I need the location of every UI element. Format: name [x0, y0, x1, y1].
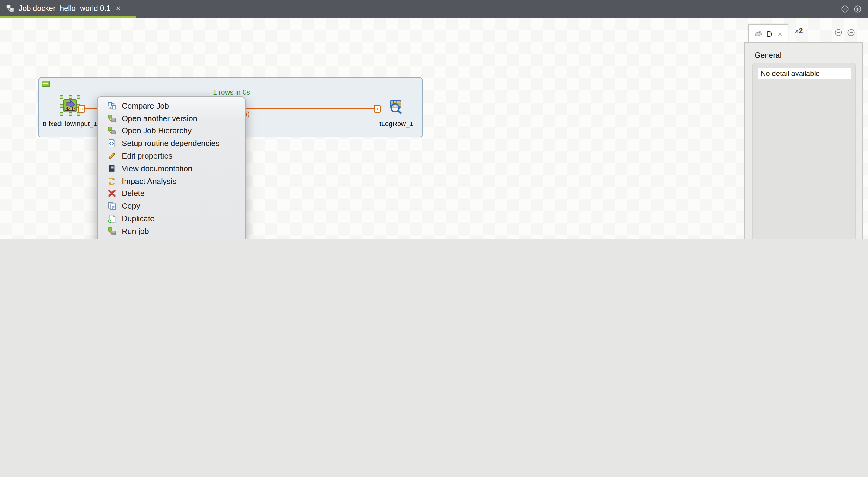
tfixedflowinput-icon: a232: [63, 98, 77, 113]
input-port[interactable]: I: [374, 105, 381, 113]
component-tfixedflowinput[interactable]: a232: [63, 98, 77, 113]
menu-item-label: Setup routine dependencies: [122, 139, 220, 148]
component-label-target[interactable]: tLogRow_1: [360, 120, 433, 127]
close-icon[interactable]: ×: [116, 4, 120, 13]
minimize-icon[interactable]: [834, 28, 843, 37]
tlogrow-icon: [388, 99, 402, 114]
menu-item-open-another-version[interactable]: Open another version: [98, 112, 245, 125]
talend-studio-window: Learn Ask Exchange Videos ▾ ▾ ∨: [0, 0, 868, 238]
editor-tab-label: Job docker_hello_world 0.1: [19, 4, 111, 12]
routine-icon: [107, 139, 116, 148]
close-icon[interactable]: ×: [778, 29, 782, 38]
minimize-light-icon[interactable]: [841, 5, 849, 13]
menu-item-label: Open Job Hierarchy: [122, 126, 191, 135]
detail-tab-label: D: [767, 29, 772, 38]
menu-item-setup-routine-dependencies[interactable]: Setup routine dependencies: [98, 137, 245, 150]
menu-item-label: Delete: [122, 189, 145, 198]
detail-body: General No detail available Technical: [744, 42, 863, 238]
svg-text:a: a: [65, 107, 67, 110]
svg-text:2: 2: [73, 107, 75, 110]
detail-panel: D × »2 General No detail available Techn…: [744, 24, 863, 238]
component-tlogrow[interactable]: [388, 99, 402, 114]
menu-item-label: Run job: [122, 227, 149, 236]
menu-item-open-job-hierarchy[interactable]: Open Job Hierarchy: [98, 125, 245, 137]
menu-item-label: View documentation: [122, 164, 192, 173]
menu-item-run-job[interactable]: Run job: [98, 225, 245, 237]
job-icon: [107, 126, 116, 135]
menu-item-label: Open another version: [122, 114, 197, 123]
tab-job-docker-hello-world[interactable]: Job docker_hello_world 0.1 ×: [0, 0, 136, 18]
general-section-box: No detail available: [752, 63, 856, 238]
menu-item-label: Edit properties: [122, 151, 173, 160]
edit-icon: [107, 151, 116, 160]
context-menu: Compare JobOpen another versionOpen Job …: [97, 96, 246, 238]
flow-stat-rows: 1 rows in 0s: [213, 89, 250, 96]
menu-item-delete[interactable]: Delete: [98, 187, 245, 200]
detail-tabstrip: D × »2: [744, 24, 863, 42]
maximize-light-icon[interactable]: [854, 5, 862, 13]
output-port[interactable]: O: [79, 105, 85, 113]
subjob-collapse-toggle[interactable]: [42, 81, 50, 87]
menu-item-view-documentation[interactable]: View documentation: [98, 162, 245, 175]
menu-item-edit-properties[interactable]: Edit properties: [98, 150, 245, 162]
editor-tabbar: Job docker_hello_world 0.1 ×: [0, 0, 868, 18]
menu-item-label: Copy: [122, 202, 140, 211]
maximize-icon[interactable]: [847, 28, 855, 37]
tab-overflow-indicator[interactable]: »2: [795, 27, 803, 35]
menu-item-copy[interactable]: Copy: [98, 200, 245, 213]
duplicate-icon: [107, 214, 116, 223]
delete-icon: [107, 189, 116, 198]
job-icon: [107, 114, 116, 123]
job-icon: [107, 227, 116, 236]
menu-item-label: Compare Job: [122, 101, 169, 110]
menu-item-label: Duplicate: [122, 214, 154, 223]
menu-item-build-job[interactable]: Build Job: [98, 237, 245, 238]
general-detail-field: No detail available: [757, 68, 850, 79]
component-label-source[interactable]: tFixedFlowInput_1: [34, 120, 106, 127]
documentation-icon: [107, 164, 116, 173]
svg-text:3: 3: [70, 107, 72, 110]
tab-detail[interactable]: D ×: [748, 24, 788, 43]
menu-item-duplicate[interactable]: Duplicate: [98, 212, 245, 225]
copy-icon: [107, 202, 116, 211]
job-light-icon: [6, 4, 14, 12]
compare-job-icon: [107, 101, 116, 110]
general-section-label: General: [754, 51, 862, 60]
svg-text:2: 2: [68, 107, 70, 110]
impact-analysis-icon: [107, 177, 116, 185]
menu-item-compare-job[interactable]: Compare Job: [98, 99, 245, 112]
menu-item-impact-analysis[interactable]: Impact Analysis: [98, 175, 245, 188]
menu-item-label: Impact Analysis: [122, 177, 177, 185]
tag-icon: [754, 30, 763, 38]
